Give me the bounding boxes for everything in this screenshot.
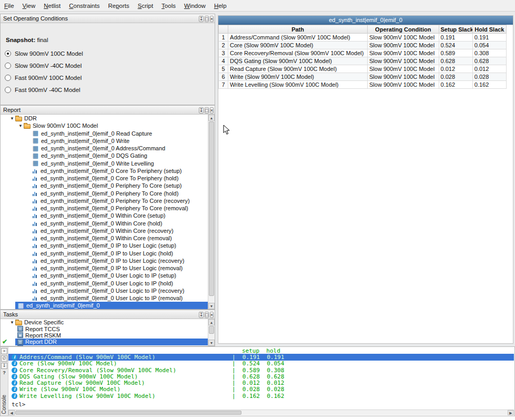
table-row[interactable]: 4DQS Gating (Slow 900mV 100C Model)Slow … — [219, 57, 507, 65]
scroll-down-button[interactable]: ▼ — [208, 340, 215, 346]
tree-item-ed-synth-inst-emif-0-emif-0-within-core-setup[interactable]: ed_synth_inst|emif_0|emif_0 Within Core … — [1, 212, 208, 219]
close-button[interactable]: × — [210, 107, 214, 114]
menu-item-file[interactable]: File — [0, 1, 18, 11]
menu-item-help[interactable]: Help — [210, 1, 231, 11]
table-row[interactable]: 7Write Levelling (Slow 900mV 100C Model)… — [219, 81, 507, 89]
column-header-hold-slack[interactable]: Hold Slack — [472, 25, 506, 34]
radio-option-slow-900mv-40c-model[interactable]: Slow 900mV -40C Model — [5, 59, 215, 71]
radio-circle[interactable] — [5, 75, 11, 81]
tree-item-ed-synth-inst-emif-0-emif-0-user-logic-to-ip-removal[interactable]: ed_synth_inst|emif_0|emif_0 User Logic t… — [1, 294, 208, 302]
console-line[interactable]: iRead Capture (Slow 900mV 100C Model)| 0… — [8, 380, 514, 386]
console-column-header: setup hold — [8, 347, 514, 354]
histogram-icon — [32, 183, 38, 188]
radio-circle[interactable] — [5, 87, 11, 93]
console-content[interactable]: setup holdiAddress/Command (Slow 900mV 1… — [8, 347, 514, 409]
tree-item-ed-synth-inst-emif-0-emif-0-within-core-hold[interactable]: ed_synth_inst|emif_0|emif_0 Within Core … — [1, 220, 208, 227]
expand-arrow-icon[interactable]: ▼ — [9, 116, 15, 121]
scroll-down-button[interactable]: ▼ — [208, 303, 215, 309]
table-row[interactable]: 1Address/Command (Slow 900mV 100C Model)… — [219, 34, 507, 42]
table-row[interactable]: 2Core (Slow 900mV 100C Model)Slow 900mV … — [219, 42, 507, 49]
tree-item-ed-synth-inst-emif-0-emif-0-write[interactable]: ▦ed_synth_inst|emif_0|emif_0 Write — [1, 137, 208, 145]
menu-item-view[interactable]: View — [18, 1, 40, 11]
tree-item-ed-synth-inst-emif-0-emif-0-periphery-to-core-setup[interactable]: ed_synth_inst|emif_0|emif_0 Periphery To… — [1, 182, 208, 189]
tree-item-ed-synth-inst-emif-0-emif-0-user-logic-to-ip-recovery[interactable]: ed_synth_inst|emif_0|emif_0 User Logic t… — [1, 287, 208, 294]
scroll-up-button[interactable]: ▲ — [208, 115, 215, 121]
tree-item-ed-synth-inst-emif-0-emif-0-ip-to-user-logic-removal[interactable]: ed_synth_inst|emif_0|emif_0 IP to User L… — [1, 264, 208, 272]
tree-item-slow-900mv-100c-model[interactable]: ▼Slow 900mV 100C Model — [1, 122, 208, 129]
scroll-up-button[interactable]: ▲ — [208, 319, 215, 325]
pin-button[interactable]: ↧ — [199, 312, 204, 318]
tree-item-ed-synth-inst-emif-0-emif-0-within-core-recovery[interactable]: ed_synth_inst|emif_0|emif_0 Within Core … — [1, 227, 208, 234]
close-button[interactable]: × — [210, 312, 214, 318]
console-line[interactable]: iWrite (Slow 900mV 100C Model)| 0.028 0.… — [8, 386, 514, 393]
menu-item-netlist[interactable]: Netlist — [39, 1, 65, 11]
tree-item-device-specific[interactable]: ▼Device Specific — [1, 319, 208, 325]
tree-item-ddr[interactable]: ▼DDR — [1, 115, 208, 122]
scrollbar-thumb[interactable] — [209, 121, 214, 296]
console-prompt[interactable]: tcl> — [12, 401, 514, 408]
report-scrollbar[interactable]: ▲ ▼ — [208, 115, 215, 309]
menu-item-window[interactable]: Window — [180, 1, 210, 11]
tree-item-ed-synth-inst-emif-0-emif-0-periphery-to-core-hold[interactable]: ed_synth_inst|emif_0|emif_0 Periphery To… — [1, 190, 208, 197]
radio-circle[interactable] — [5, 63, 11, 69]
tree-item-report-rskm[interactable]: Report RSKM — [1, 332, 208, 339]
float-button[interactable]: □ — [205, 16, 208, 22]
console-line[interactable]: iAddress/Command (Slow 900mV 100C Model)… — [8, 354, 514, 360]
table-row[interactable]: 5Read Capture (Slow 900mV 100C Model)Slo… — [219, 65, 507, 73]
column-header-setup-slack[interactable]: Setup Slack — [439, 25, 472, 34]
column-header-path[interactable]: Path — [228, 25, 368, 34]
tree-item-ed-synth-inst-emif-0-emif-0[interactable]: ▦ed_synth_inst|emif_0|emif_0 — [1, 302, 208, 309]
menu-item-reports[interactable]: Reports — [104, 1, 133, 11]
console-tab-label[interactable]: Console — [1, 395, 7, 414]
console-line[interactable]: iWrite Levelling (Slow 900mV 100C Model)… — [8, 393, 514, 399]
pin-button[interactable]: ↧ — [1, 363, 7, 369]
radio-option-fast-900mv-100c-model[interactable]: Fast 900mV 100C Model — [5, 71, 215, 84]
tree-item-ed-synth-inst-emif-0-emif-0-within-core-removal[interactable]: ed_synth_inst|emif_0|emif_0 Within Core … — [1, 234, 208, 242]
close-button[interactable]: × — [1, 348, 7, 354]
radio-circle[interactable] — [5, 50, 11, 57]
tasks-scrollbar[interactable]: ▲ ▼ — [208, 319, 215, 346]
tree-item-ed-synth-inst-emif-0-emif-0-write-levelling[interactable]: ▦ed_synth_inst|emif_0|emif_0 Write Level… — [1, 160, 208, 167]
pin-button[interactable]: ↧ — [199, 16, 204, 22]
scrollbar-thumb[interactable] — [15, 411, 241, 415]
console-horizontal-scrollbar[interactable]: ◀ ▶ — [8, 409, 514, 415]
tree-item-ed-synth-inst-emif-0-emif-0-dqs-gating[interactable]: ▦ed_synth_inst|emif_0|emif_0 DQS Gating — [1, 152, 208, 159]
tree-item-report-ddr[interactable]: ✔Report DDR — [1, 339, 208, 345]
float-button[interactable]: □ — [205, 312, 208, 318]
console-line[interactable]: iCore (Slow 900mV 100C Model)| 0.524 0.0… — [8, 361, 514, 367]
console-line[interactable]: iCore Recovery/Removal (Slow 900mV 100C … — [8, 367, 514, 373]
tree-item-ed-synth-inst-emif-0-emif-0-ip-to-user-logic-recovery[interactable]: ed_synth_inst|emif_0|emif_0 IP to User L… — [1, 257, 208, 264]
scrollbar-thumb[interactable] — [209, 326, 214, 334]
tree-item-ed-synth-inst-emif-0-emif-0-core-to-periphery-setup[interactable]: ed_synth_inst|emif_0|emif_0 Core To Peri… — [1, 167, 208, 175]
pin-button[interactable]: ↧ — [199, 107, 204, 114]
console-line[interactable]: iDQS Gating (Slow 900mV 100C Model)| 0.6… — [8, 373, 514, 380]
clear-button[interactable]: ∅ — [1, 355, 7, 362]
menu-item-constraints[interactable]: Constraints — [65, 1, 104, 11]
table-row[interactable]: 3Core Recovery/Removal (Slow 900mV 100C … — [219, 49, 507, 57]
scroll-left-button[interactable]: ◀ — [8, 410, 15, 415]
tree-item-ed-synth-inst-emif-0-emif-0-ip-to-user-logic-hold[interactable]: ed_synth_inst|emif_0|emif_0 IP to User L… — [1, 250, 208, 257]
help-button[interactable]: ? — [1, 370, 7, 376]
tree-item-ed-synth-inst-emif-0-emif-0-core-to-periphery-hold[interactable]: ed_synth_inst|emif_0|emif_0 Core To Peri… — [1, 175, 208, 182]
tree-item-report-metastability-summary[interactable]: Report Metastability Summary — [1, 345, 208, 346]
column-header-operating-condition[interactable]: Operating Condition — [368, 25, 439, 34]
tree-item-ed-synth-inst-emif-0-emif-0-ip-to-user-logic-setup[interactable]: ed_synth_inst|emif_0|emif_0 IP to User L… — [1, 242, 208, 249]
expand-arrow-icon[interactable]: ▼ — [17, 124, 24, 128]
radio-option-slow-900mv-100c-model[interactable]: Slow 900mV 100C Model — [5, 47, 215, 59]
scroll-right-button[interactable]: ▶ — [508, 410, 514, 415]
expand-arrow-icon[interactable]: ▼ — [9, 320, 15, 325]
table-row[interactable]: 6Write (Slow 900mV 100C Model)Slow 900mV… — [219, 73, 507, 81]
tree-item-ed-synth-inst-emif-0-emif-0-user-logic-to-ip-hold[interactable]: ed_synth_inst|emif_0|emif_0 User Logic t… — [1, 280, 208, 287]
radio-option-fast-900mv-40c-model[interactable]: Fast 900mV -40C Model — [5, 84, 215, 96]
row-number: 3 — [219, 49, 228, 57]
tree-item-ed-synth-inst-emif-0-emif-0-read-capture[interactable]: ▦ed_synth_inst|emif_0|emif_0 Read Captur… — [1, 130, 208, 137]
tree-item-ed-synth-inst-emif-0-emif-0-periphery-to-core-recovery[interactable]: ed_synth_inst|emif_0|emif_0 Periphery To… — [1, 197, 208, 204]
close-button[interactable]: × — [210, 16, 214, 22]
float-button[interactable]: □ — [205, 107, 208, 114]
tree-item-ed-synth-inst-emif-0-emif-0-periphery-to-core-removal[interactable]: ed_synth_inst|emif_0|emif_0 Periphery To… — [1, 204, 208, 212]
menu-item-script[interactable]: Script — [134, 1, 157, 11]
tree-item-ed-synth-inst-emif-0-emif-0-user-logic-to-ip-setup[interactable]: ed_synth_inst|emif_0|emif_0 User Logic t… — [1, 272, 208, 279]
menu-item-tools[interactable]: Tools — [157, 1, 180, 11]
tree-item-report-tccs[interactable]: Report TCCS — [1, 325, 208, 332]
tree-item-ed-synth-inst-emif-0-emif-0-address-command[interactable]: ▦ed_synth_inst|emif_0|emif_0 Address/Com… — [1, 145, 208, 152]
